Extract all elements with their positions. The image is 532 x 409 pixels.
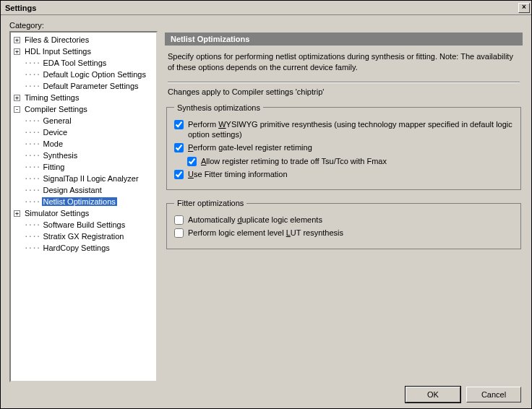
- expand-icon[interactable]: +: [14, 48, 20, 55]
- tree-item[interactable]: +Simulator Settings: [12, 207, 155, 219]
- panel-subdescription: Changes apply to Compiler settings 'chip…: [165, 87, 523, 100]
- settings-window: Settings × Category: +Files & Directorie…: [0, 0, 532, 409]
- tree-item[interactable]: ····Fitting: [12, 161, 155, 173]
- tree-connector-icon: ····: [24, 128, 40, 137]
- checkbox-use-fitter[interactable]: [174, 170, 184, 179]
- label-auto-duplicate[interactable]: Automatically duplicate logic elements: [188, 215, 322, 225]
- tree-item[interactable]: ····Synthesis: [12, 150, 155, 161]
- tree-connector-icon: ····: [24, 59, 40, 68]
- tree-item-label: Netlist Optimizations: [42, 197, 117, 206]
- options-panel: Netlist Optimizations Specify options fo…: [165, 33, 523, 382]
- panel-description: Specify options for performing netlist o…: [165, 46, 523, 80]
- fitter-legend: Fitter optimizations: [174, 199, 246, 207]
- panel-header: Netlist Optimizations: [165, 33, 523, 46]
- tree-item-label: Software Build Settings: [42, 220, 127, 229]
- cancel-button[interactable]: Cancel: [466, 387, 521, 402]
- tree-item[interactable]: ····Software Build Settings: [12, 219, 155, 231]
- checkbox-lut-resynth[interactable]: [174, 228, 184, 238]
- expand-icon[interactable]: +: [14, 95, 20, 101]
- tree-item-label: Mode: [42, 139, 65, 148]
- tree-connector-icon: ····: [24, 220, 40, 230]
- tree-item-label: EDA Tool Settings: [42, 59, 108, 67]
- tree-item[interactable]: ····Device: [12, 126, 155, 138]
- tree-item[interactable]: ····HardCopy Settings: [12, 242, 155, 254]
- tree-connector-icon: ····: [24, 197, 40, 207]
- tree-item-label: Timing Settings: [23, 93, 80, 102]
- checkbox-wysiwyg[interactable]: [174, 120, 184, 129]
- tree-connector-icon: ····: [24, 244, 40, 253]
- checkbox-allow-tradeoff[interactable]: [187, 157, 197, 166]
- checkbox-row-wysiwyg: Perform WYSIWYG primitive resynthesis (u…: [174, 119, 513, 140]
- titlebar: Settings ×: [1, 1, 531, 15]
- tree-item[interactable]: ····Mode: [12, 138, 155, 150]
- tree-item-label: Stratix GX Registration: [42, 232, 126, 241]
- expand-icon[interactable]: +: [14, 37, 20, 43]
- tree-item-label: Simulator Settings: [23, 209, 90, 218]
- label-gate-retiming[interactable]: Perform gate-level register retiming: [188, 142, 312, 152]
- tree-item[interactable]: ····General: [12, 115, 155, 126]
- checkbox-row-autodup: Automatically duplicate logic elements: [174, 215, 513, 225]
- tree-connector-icon: ····: [24, 174, 40, 184]
- tree-item-label: Compiler Settings: [23, 105, 89, 113]
- label-lut-resynth[interactable]: Perform logic element level LUT resynthe…: [188, 228, 343, 238]
- tree-item-label: Default Parameter Settings: [42, 82, 140, 90]
- checkbox-row-allow: Allow register retiming to trade off Tsu…: [187, 156, 513, 166]
- checkbox-gate-retiming[interactable]: [174, 143, 184, 152]
- category-tree[interactable]: +Files & Directories+HDL Input Settings·…: [9, 31, 158, 382]
- tree-item-label: Device: [42, 128, 69, 137]
- tree-item-label: Synthesis: [42, 151, 80, 160]
- category-label: Category:: [9, 21, 158, 30]
- tree-item-label: Design Assistant: [42, 186, 103, 194]
- close-button[interactable]: ×: [518, 3, 530, 13]
- tree-connector-icon: ····: [24, 116, 40, 126]
- tree-item-label: Default Logic Option Settings: [42, 70, 147, 79]
- tree-item[interactable]: -Compiler Settings: [12, 103, 155, 115]
- label-allow-tradeoff[interactable]: Allow register retiming to trade off Tsu…: [201, 156, 387, 166]
- tree-item[interactable]: +HDL Input Settings: [12, 46, 155, 57]
- category-panel: Category: +Files & Directories+HDL Input…: [9, 21, 158, 382]
- window-title: Settings: [5, 4, 36, 12]
- checkbox-row-lut: Perform logic element level LUT resynthe…: [174, 228, 513, 238]
- tree-connector-icon: ····: [24, 186, 40, 195]
- tree-connector-icon: ····: [24, 232, 40, 241]
- tree-item[interactable]: ····EDA Tool Settings: [12, 57, 155, 69]
- tree-connector-icon: ····: [24, 151, 40, 160]
- window-body: Category: +Files & Directories+HDL Input…: [1, 15, 531, 408]
- tree-item-label: HardCopy Settings: [42, 244, 111, 252]
- checkbox-row-gate: Perform gate-level register retiming: [174, 142, 513, 152]
- expand-icon[interactable]: +: [14, 210, 20, 217]
- label-wysiwyg[interactable]: Perform WYSIWYG primitive resynthesis (u…: [188, 119, 513, 140]
- tree-item[interactable]: ····SignalTap II Logic Analyzer: [12, 173, 155, 184]
- tree-item-label: Files & Directories: [23, 35, 90, 44]
- synthesis-group: Synthesis optimizations Perform WYSIWYG …: [166, 103, 521, 190]
- tree-item[interactable]: +Files & Directories: [12, 34, 155, 46]
- tree-item[interactable]: ····Default Logic Option Settings: [12, 69, 155, 80]
- tree-item-label: SignalTap II Logic Analyzer: [42, 174, 140, 183]
- tree-connector-icon: ····: [24, 70, 40, 79]
- tree-connector-icon: ····: [24, 139, 40, 149]
- tree-item-label: Fitting: [42, 163, 66, 171]
- tree-item[interactable]: ····Netlist Optimizations: [12, 196, 155, 207]
- button-row: OK Cancel: [9, 382, 523, 404]
- tree-item[interactable]: ····Design Assistant: [12, 184, 155, 196]
- tree-item[interactable]: ····Default Parameter Settings: [12, 80, 155, 92]
- checkbox-row-usefitter: Use Fitter timing information: [174, 169, 513, 179]
- content-area: Category: +Files & Directories+HDL Input…: [9, 21, 523, 382]
- fitter-group: Fitter optimizations Automatically dupli…: [166, 199, 521, 249]
- tree-item[interactable]: ····Stratix GX Registration: [12, 231, 155, 242]
- collapse-icon[interactable]: -: [14, 106, 20, 113]
- ok-button[interactable]: OK: [406, 387, 460, 402]
- synthesis-legend: Synthesis optimizations: [174, 103, 263, 112]
- tree-item-label: HDL Input Settings: [23, 47, 93, 56]
- tree-connector-icon: ····: [24, 163, 40, 172]
- checkbox-auto-duplicate[interactable]: [174, 215, 184, 225]
- tree-item[interactable]: +Timing Settings: [12, 92, 155, 103]
- tree-connector-icon: ····: [24, 82, 40, 91]
- separator: [168, 82, 520, 83]
- tree-item-label: General: [42, 116, 73, 125]
- label-use-fitter[interactable]: Use Fitter timing information: [188, 169, 288, 179]
